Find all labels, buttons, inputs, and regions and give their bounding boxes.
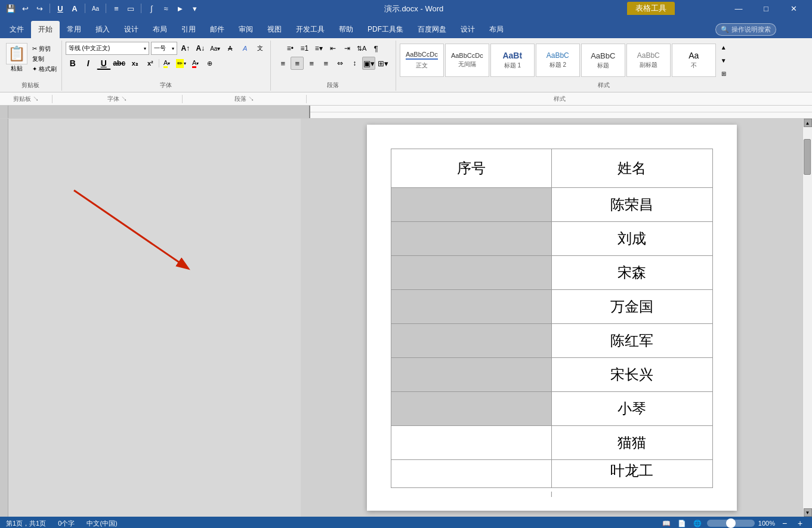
tab-mailings[interactable]: 邮件 — [203, 21, 231, 38]
distributed-button[interactable]: ⇔ — [334, 57, 347, 70]
style-subtle-emph[interactable]: Aa 不 — [672, 44, 716, 77]
justify-button[interactable]: ≡ — [319, 57, 332, 70]
font-color-icon[interactable]: A — [69, 2, 81, 14]
font-color-button[interactable]: A▾ — [189, 57, 202, 70]
tab-developer[interactable]: 开发工具 — [289, 21, 332, 38]
text-effects-button[interactable]: A — [239, 42, 252, 55]
style-no-spacing-label: 无间隔 — [458, 60, 476, 69]
multilevel-list-button[interactable]: ≡▾ — [312, 42, 325, 55]
style-heading2[interactable]: AaBbC 标题 2 — [536, 44, 580, 77]
align-right-button[interactable]: ≡ — [305, 57, 318, 70]
tab-layout[interactable]: 布局 — [146, 21, 174, 38]
layout-icon[interactable]: ▭ — [125, 2, 137, 14]
align-left-button[interactable]: ≡ — [276, 57, 289, 70]
line-spacing-button[interactable]: ↕ — [348, 57, 361, 70]
font-family-selector[interactable]: 等线 (中文正文) ▾ — [66, 42, 149, 55]
align-center-button[interactable]: ≡ — [291, 57, 304, 70]
save-icon[interactable]: 💾 — [5, 2, 17, 14]
ribbon-tabs: 文件 开始 常用 插入 设计 布局 引用 邮件 审阅 视图 开发工具 帮助 PD… — [0, 17, 812, 38]
tab-pdf[interactable]: PDF工具集 — [360, 21, 410, 38]
list-icon[interactable]: ≡ — [110, 2, 122, 14]
maximize-button[interactable]: □ — [752, 2, 780, 14]
styles-scroll-down[interactable]: ▼ — [718, 55, 729, 66]
show-marks-button[interactable]: ¶ — [369, 42, 382, 55]
font-increase-button[interactable]: A↑ — [179, 42, 192, 55]
highlight-color-button[interactable]: A▾ — [160, 57, 174, 70]
paste-button[interactable]: 📋 粘贴 — [4, 42, 30, 74]
tab-baidu[interactable]: 百度网盘 — [410, 21, 453, 38]
superscript-button[interactable]: x² — [143, 57, 158, 70]
vertical-scrollbar[interactable]: ▲ ▼ — [802, 119, 812, 517]
style-title[interactable]: AaBbC 标题 — [581, 44, 625, 77]
page-scroll-area[interactable]: 序号 姓名 陈荣昌 刘成 宋森 — [301, 119, 802, 517]
table-row: 宋森 — [391, 256, 712, 290]
style-heading1[interactable]: AaBt 标题 1 — [490, 44, 535, 77]
bold-button[interactable]: B — [66, 57, 80, 70]
tab-help[interactable]: 帮助 — [332, 21, 360, 38]
tab-review[interactable]: 审阅 — [231, 21, 260, 38]
ruler-corner — [0, 106, 8, 118]
play-icon[interactable]: ► — [174, 2, 186, 14]
char-border-button[interactable]: ⊕ — [203, 57, 217, 70]
ruler-left-gray — [8, 106, 310, 118]
tab-table-design[interactable]: 设计 — [453, 21, 482, 38]
font-size-selector[interactable]: 一号 ▾ — [151, 42, 177, 55]
undo-icon[interactable]: ↩ — [19, 2, 31, 14]
phonetic-button[interactable]: 文 — [254, 42, 267, 55]
cell-name-3: 宋森 — [552, 256, 713, 290]
tab-table-layout[interactable]: 布局 — [482, 21, 511, 38]
style-no-spacing[interactable]: AaBbCcDc 无间隔 — [445, 44, 489, 77]
scrollbar-up-button[interactable]: ▲ — [804, 119, 812, 127]
paragraph-group: ≡• ≡1 ≡▾ ⇤ ⇥ ⇅A ¶ ≡ ≡ ≡ ≡ ⇔ ↕ ▣▾ ⊞▾ 段落 — [271, 41, 396, 91]
zoom-in-button[interactable]: + — [794, 517, 806, 528]
subscript-button[interactable]: x₂ — [128, 57, 142, 70]
paragraph-label: 段落 — [274, 80, 392, 91]
borders-button[interactable]: ⊞▾ — [376, 57, 390, 70]
format-painter-button[interactable]: ✦ 格式刷 — [31, 64, 58, 74]
zoom-slider[interactable] — [707, 520, 755, 527]
numbering-button[interactable]: ≡1 — [298, 42, 311, 55]
clear-formatting-button[interactable]: A — [224, 42, 237, 55]
styles-expand[interactable]: ⊞ — [718, 68, 729, 79]
tab-common[interactable]: 常用 — [60, 21, 88, 38]
text-shading-button[interactable]: ✏▾ — [175, 57, 188, 70]
styles-scroll-up[interactable]: ▲ — [718, 42, 729, 53]
underline-format-icon[interactable]: U — [54, 2, 66, 14]
style-normal[interactable]: AaBbCcDc 正文 — [400, 44, 444, 77]
qat-separator-3 — [106, 4, 106, 13]
minimize-button[interactable]: — — [725, 2, 752, 14]
tab-insert[interactable]: 插入 — [88, 21, 117, 38]
read-mode-button[interactable]: 📖 — [660, 517, 672, 528]
copy-button[interactable]: 复制 — [31, 54, 58, 64]
strikethrough-button[interactable]: abc — [112, 57, 126, 70]
underline-button[interactable]: U — [97, 57, 111, 70]
italic-button[interactable]: I — [81, 57, 95, 70]
more-icon[interactable]: ▾ — [189, 2, 200, 14]
web-layout-button[interactable]: 🌐 — [691, 517, 703, 528]
print-layout-button[interactable]: 📄 — [676, 517, 688, 528]
close-button[interactable]: ✕ — [780, 2, 807, 14]
font-decrease-button[interactable]: A↓ — [194, 42, 207, 55]
tab-view[interactable]: 视图 — [260, 21, 289, 38]
search-placeholder[interactable]: 操作说明搜索 — [731, 25, 771, 34]
change-case-button[interactable]: Aa▾ — [209, 42, 222, 55]
bullets-button[interactable]: ≡• — [283, 42, 297, 55]
redo-icon[interactable]: ↪ — [33, 2, 45, 14]
cut-button[interactable]: ✂ 剪切 — [31, 44, 58, 54]
sort-button[interactable]: ⇅A — [355, 42, 368, 55]
increase-indent-button[interactable]: ⇥ — [341, 42, 354, 55]
approx-icon[interactable]: ≈ — [160, 2, 172, 14]
scrollbar-thumb[interactable] — [804, 139, 811, 175]
formula-icon[interactable]: ∫ — [146, 2, 158, 14]
decrease-indent-button[interactable]: ⇤ — [326, 42, 339, 55]
font-case-icon[interactable]: Aa — [89, 2, 101, 14]
tab-home[interactable]: 开始 — [31, 21, 60, 38]
shading-button[interactable]: ▣▾ — [362, 57, 375, 70]
cell-serial-7 — [391, 392, 552, 426]
scrollbar-down-button[interactable]: ▼ — [804, 508, 812, 517]
tab-file[interactable]: 文件 — [2, 21, 31, 38]
zoom-out-button[interactable]: − — [779, 517, 791, 528]
tab-references[interactable]: 引用 — [174, 21, 203, 38]
style-subtitle[interactable]: AaBbC 副标题 — [626, 44, 671, 77]
tab-design[interactable]: 设计 — [117, 21, 146, 38]
